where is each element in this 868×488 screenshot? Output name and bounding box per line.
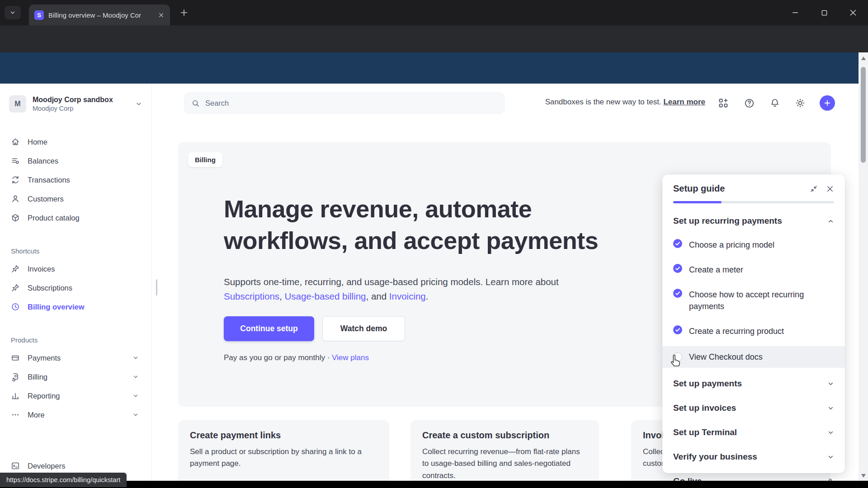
section-set-up-invoices[interactable]: Set up invoices [673, 403, 834, 413]
chevron-down-icon [132, 355, 139, 361]
sidebar-item-billing[interactable]: Billing [6, 367, 145, 386]
check-circle-icon [673, 239, 682, 248]
stripe-favicon: S [34, 10, 44, 20]
chevron-down-icon [827, 454, 834, 460]
section-verify-your-business[interactable]: Verify your business [673, 452, 834, 462]
sidebar-item-reporting[interactable]: Reporting [6, 386, 145, 405]
customers-icon [11, 194, 20, 203]
account-name: Moodjoy Corp sandbox [33, 95, 113, 104]
chevron-down-icon [132, 393, 139, 399]
learn-more-link[interactable]: Learn more [663, 98, 705, 106]
clock-icon [11, 302, 20, 311]
shortcuts-heading: Shortcuts [6, 247, 145, 255]
home-icon [11, 137, 20, 146]
subscriptions-link[interactable]: Subscriptions [224, 291, 279, 301]
section-set-up-terminal[interactable]: Set up Terminal [673, 427, 834, 437]
chevron-down-icon [9, 9, 16, 16]
task-create-a-meter[interactable]: Create a meter [673, 264, 834, 276]
scrollbar-thumb[interactable] [861, 67, 866, 163]
sidebar-item-more[interactable]: More [6, 405, 145, 424]
card-body: Collect recurring revenue—from flat-rate… [422, 446, 587, 482]
task-create-recurring-product[interactable]: Create a recurring product [673, 325, 834, 337]
window-maximize-button[interactable] [811, 0, 837, 25]
product-catalog-icon [11, 213, 20, 222]
terminal-icon [11, 461, 20, 470]
products-heading: Products [6, 336, 145, 344]
gear-icon [795, 98, 806, 108]
notifications-button[interactable] [769, 97, 781, 109]
sidebar-item-label: Balances [28, 157, 58, 165]
invoicing-link[interactable]: Invoicing [389, 291, 426, 301]
usage-based-billing-link[interactable]: Usage-based billing [284, 291, 366, 301]
collapse-icon[interactable] [810, 185, 818, 193]
bottom-strip [0, 481, 868, 488]
sidebar-item-label: Developers [28, 462, 65, 470]
section-set-up-payments[interactable]: Set up payments [673, 379, 834, 389]
sidebar-item-billing-overview[interactable]: Billing overview [6, 297, 145, 316]
setup-progress-track [673, 201, 834, 203]
apps-button[interactable] [717, 97, 730, 109]
window-close-button[interactable] [840, 0, 866, 25]
close-icon [850, 9, 856, 16]
pin-icon [11, 283, 20, 292]
sidebar-item-home[interactable]: Home [6, 132, 145, 151]
sidebar-item-label: Transactions [28, 176, 70, 184]
chevron-down-icon [132, 412, 139, 418]
hero-description: Supports one-time, recurring, and usage-… [224, 275, 574, 304]
check-circle-icon [673, 289, 682, 298]
help-button[interactable] [743, 97, 755, 109]
desc-text: Supports one-time, recurring, and usage-… [224, 277, 559, 287]
link-preview-statusbar: https://docs.stripe.com/billing/quicksta… [0, 473, 127, 487]
create-button[interactable] [820, 95, 835, 111]
notice-text: Sandboxes is the new way to test. [545, 98, 661, 106]
task-view-checkout-docs[interactable]: View Checkout docs [662, 346, 845, 368]
settings-button[interactable] [794, 97, 807, 109]
sidebar-item-invoices[interactable]: Invoices [6, 259, 145, 278]
sidebar-item-subscriptions[interactable]: Subscriptions [6, 278, 145, 297]
scrollbar-down-arrow[interactable] [859, 472, 868, 480]
scrollbar-up-arrow[interactable] [859, 54, 868, 62]
sidebar-item-payments[interactable]: Payments [6, 348, 145, 367]
tab-close-icon[interactable] [158, 12, 165, 19]
search-input[interactable] [204, 99, 498, 108]
sidebar-item-customers[interactable]: Customers [6, 189, 145, 208]
task-choose-how-to-accept[interactable]: Choose how to accept recurring payments [673, 289, 834, 312]
minimize-icon [792, 9, 798, 16]
tab-search-button[interactable] [5, 6, 21, 19]
card-create-custom-subscription[interactable]: Create a custom subscription Collect rec… [410, 420, 599, 488]
view-plans-link[interactable]: View plans [332, 353, 369, 362]
card-create-payment-links[interactable]: Create payment links Sell a product or s… [178, 420, 389, 488]
search-bar[interactable] [184, 93, 505, 113]
sidebar-item-label: Invoices [28, 265, 55, 273]
sidebar-item-label: More [28, 411, 45, 419]
help-icon [744, 98, 755, 109]
hand-cursor [669, 353, 683, 368]
window-minimize-button[interactable] [782, 0, 808, 25]
chevron-down-icon [827, 405, 834, 412]
sidebar-item-label: Reporting [28, 392, 60, 400]
watch-demo-button[interactable]: Watch demo [322, 316, 405, 341]
section-set-up-recurring-payments[interactable]: Set up recurring payments [673, 216, 834, 226]
card-title: Create a custom subscription [422, 430, 587, 441]
sidebar-item-product-catalog[interactable]: Product catalog [6, 208, 145, 227]
chevron-down-icon [827, 380, 834, 387]
bell-icon [769, 98, 780, 108]
close-icon[interactable] [826, 185, 834, 193]
new-tab-button[interactable] [179, 8, 189, 18]
bar-chart-icon [11, 391, 20, 400]
task-choose-pricing-model[interactable]: Choose a pricing model [673, 239, 834, 251]
sidebar-item-label: Subscriptions [28, 284, 72, 292]
browser-tab-strip: S Billing overview – Moodjoy Cor [0, 0, 868, 25]
account-switcher[interactable]: M Moodjoy Corp sandbox Moodjoy Corp [6, 94, 145, 114]
wallet-icon [11, 353, 20, 362]
sidebar-scroll-indicator [156, 279, 157, 296]
sidebar: M Moodjoy Corp sandbox Moodjoy Corp Home… [0, 84, 152, 481]
avatar: M [9, 95, 26, 113]
sidebar-item-balances[interactable]: Balances [6, 151, 145, 170]
sidebar-item-label: Billing [28, 373, 47, 381]
hero-title: Manage revenue, automate workflows, and … [224, 193, 667, 256]
browser-tab[interactable]: S Billing overview – Moodjoy Cor [29, 5, 170, 25]
sidebar-item-transactions[interactable]: Transactions [6, 170, 145, 189]
account-subtitle: Moodjoy Corp [33, 104, 113, 113]
continue-setup-button[interactable]: Continue setup [224, 316, 314, 341]
